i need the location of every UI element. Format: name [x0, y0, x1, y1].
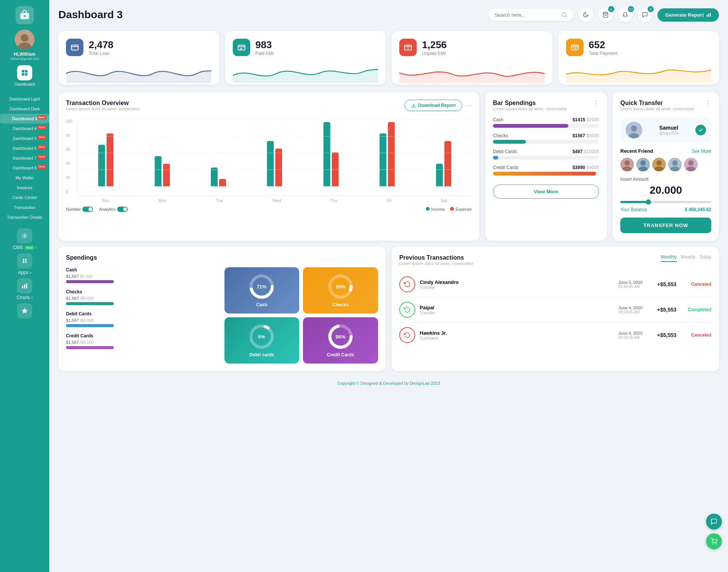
footer-brand: DexignLab	[410, 381, 431, 386]
friend-avatar-1[interactable]	[620, 158, 634, 171]
sidebar-item-invoices[interactable]: Invoices	[0, 183, 49, 193]
trans-date-cindy: June 5, 2020	[618, 280, 653, 285]
amount-display: 20.000	[620, 184, 711, 196]
search-bar	[488, 9, 573, 21]
moon-icon-btn[interactable]	[579, 8, 593, 22]
svg-point-10	[23, 259, 25, 261]
trans-type-hawkins: Cashback	[420, 336, 614, 340]
cart-icon-btn[interactable]: 2	[598, 8, 613, 22]
badge-new-6: New	[37, 145, 46, 149]
number-toggle[interactable]	[82, 207, 93, 212]
trans-date-hawkins: June 4, 2020	[618, 331, 653, 335]
bell-icon-btn[interactable]: 12	[618, 8, 632, 22]
transfer-now-button[interactable]: TRANSFER NOW	[620, 218, 711, 233]
apps-icon-btn[interactable]	[17, 253, 32, 268]
bar-spending-cash: Cash $1415 $2000	[493, 117, 599, 128]
bar-spendings-card: Bar Spendings Lorem ipsum dolor sit amet…	[485, 92, 607, 241]
sidebar-email: william@gmail.com	[10, 57, 39, 61]
total-loan-wave	[66, 62, 212, 83]
cart-icon	[602, 12, 609, 18]
transaction-overview-menu[interactable]: ···	[466, 102, 472, 109]
donut-checks-svg: 30%	[327, 273, 354, 300]
sidebar-item-dashboard-6[interactable]: Dashboard 6 New	[0, 143, 49, 153]
sidebar-item-dashboard-8[interactable]: Dashboard 8 New	[0, 163, 49, 173]
download-report-button[interactable]: Download Report	[405, 100, 462, 111]
donut-checks: 30% Checks	[303, 267, 378, 313]
badge-new: New	[37, 115, 46, 119]
bar-spending-debit: Debit Cards $487 $10000	[493, 149, 599, 160]
sidebar-item-dashboard-3[interactable]: Dashboard 3 New	[0, 114, 49, 124]
bar-spendings-menu[interactable]: ⋮	[592, 100, 599, 107]
amount-slider[interactable]	[620, 201, 711, 203]
quick-transfer-menu[interactable]: ⋮	[704, 100, 711, 107]
svg-rect-21	[710, 13, 711, 17]
cms-icon-btn[interactable]	[17, 228, 32, 243]
svg-point-59	[713, 544, 714, 544]
svg-rect-22	[71, 45, 78, 50]
sidebar-item-dashboard-5[interactable]: Dashboard 5 New	[0, 133, 49, 143]
balance-amount: $ 456,345.62	[685, 207, 711, 212]
page-title: Dashboard 3	[58, 9, 123, 21]
stat-cards: 2,478 Total Loan 983 Paid EMI	[58, 31, 719, 85]
sidebar-item-transaction[interactable]: Transaction	[0, 202, 49, 212]
paid-emi-icon	[233, 39, 250, 56]
bell-badge: 12	[628, 6, 634, 12]
trans-type-cindy: Transfer	[420, 285, 614, 290]
bar-spendings-subtitle: Lorem ipsum dolor sit amet, consectetur	[493, 107, 567, 111]
quick-transfer-card: Quick Transfer Lorem ipsum dolor sit ame…	[613, 92, 719, 241]
cms-section[interactable]: CMS New ›	[0, 245, 49, 250]
sidebar-item-cards-center[interactable]: Cards Center	[0, 193, 49, 202]
sidebar-item-dashboard-dark[interactable]: Dashboard Dark	[0, 104, 49, 114]
transaction-overview-card: Transaction Overview Lorem ipsum dolor s…	[58, 92, 479, 241]
spending-list: Cash $1,567 $5,000 Checks $1,567 /$5,000…	[66, 267, 220, 355]
sidebar-item-transaction-details[interactable]: Transaction Details	[0, 212, 49, 222]
bar-pair-sun	[98, 133, 113, 186]
tab-today[interactable]: Today	[699, 254, 711, 262]
message-icon-btn[interactable]: 5	[638, 8, 652, 22]
tab-monthly[interactable]: Monthly	[661, 254, 677, 262]
spending-checks: Checks $1,567 /$5,000	[66, 289, 220, 305]
cms-badge: New	[25, 246, 34, 250]
generate-report-button[interactable]: Generate Report	[657, 8, 719, 22]
unpaid-emi-icon	[399, 39, 417, 56]
spendings-title: Spendings	[66, 254, 378, 261]
chart-x-labels: SunMonTueWedThuFriSat	[77, 196, 472, 203]
apps-label[interactable]: Apps ›	[0, 270, 49, 275]
transaction-overview-subtitle: Lorem ipsum dolor sit amet, consectetur	[66, 107, 140, 111]
support-float-button[interactable]	[706, 514, 722, 530]
bottom-grid: Spendings Cash $1,567 $5,000 Checks $1,5…	[58, 247, 719, 371]
stat-card-paid-emi: 983 Paid EMI	[225, 31, 386, 85]
charts-icon-btn[interactable]	[17, 278, 32, 293]
dashboard-label[interactable]: Dashboard	[14, 82, 35, 86]
cart-float-button[interactable]	[706, 533, 722, 549]
tab-weekly[interactable]: Weekly	[681, 254, 695, 262]
bar-pair-mon	[155, 156, 170, 186]
sidebar-item-dashboard-7[interactable]: Dashboard 7 New	[0, 153, 49, 163]
donut-grid: 71% Cash 30% Checks	[224, 267, 378, 364]
badge-new-7: New	[37, 155, 46, 159]
unpaid-emi-label: Unpaid EMI	[422, 51, 447, 56]
see-more-link[interactable]: See More	[692, 149, 711, 154]
friend-avatar-5[interactable]	[684, 158, 698, 171]
charts-label[interactable]: Charts ›	[0, 295, 49, 300]
transaction-overview-title: Transaction Overview	[66, 100, 140, 107]
svg-point-26	[408, 48, 409, 49]
friend-avatar-2[interactable]	[636, 158, 650, 171]
view-more-button[interactable]: View More	[493, 185, 599, 199]
total-payment-value: 652	[589, 39, 618, 51]
sidebar-item-dashboard-4[interactable]: Dashboard 4 New	[0, 124, 49, 133]
friend-avatar-3[interactable]	[652, 158, 666, 171]
sidebar-logo[interactable]	[16, 6, 34, 24]
favorite-icon-btn[interactable]	[17, 303, 32, 318]
trans-item-hawkins: Hawkins Jr. Cashback June 4, 2020 05:34:…	[399, 323, 711, 348]
sidebar-item-dashboard-light[interactable]: Dashboard Light	[0, 94, 49, 104]
insert-amount-label: Insert Amount	[620, 177, 711, 182]
analytics-toggle[interactable]	[117, 207, 128, 212]
paid-emi-label: Paid EMI	[256, 51, 274, 56]
sidebar-item-my-wallet[interactable]: My Wallet	[0, 173, 49, 183]
spending-credit: Credit Cards $1,567 /$5,000	[66, 333, 220, 349]
message-icon	[642, 12, 648, 18]
balance-label: Your Balance	[620, 207, 647, 212]
friend-avatar-4[interactable]	[668, 158, 682, 171]
search-input[interactable]	[494, 12, 558, 18]
